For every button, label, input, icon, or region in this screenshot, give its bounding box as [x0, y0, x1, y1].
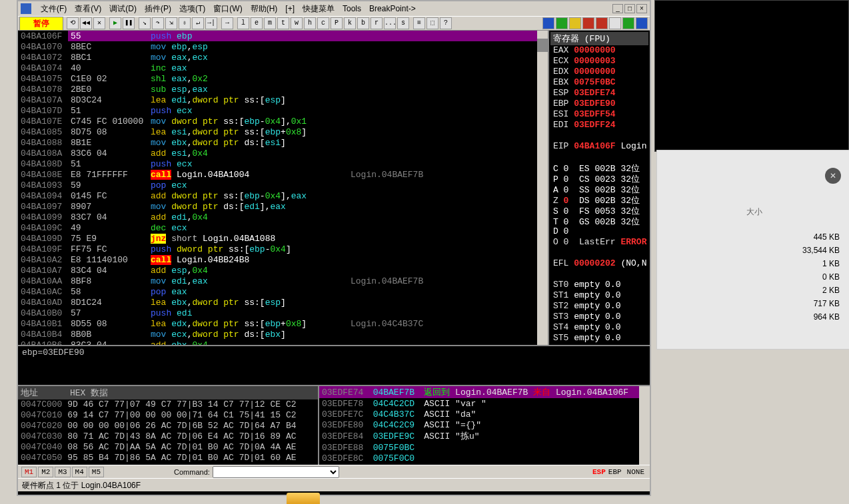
disasm-row[interactable]: 04BA10A2E8 11140100call Login.04BB24B8 [18, 254, 538, 265]
disasm-row[interactable]: 04BA107A8D3C24lea edi,dword ptr ss:[esp] [18, 95, 538, 105]
toolbar-letter-b[interactable]: b [357, 17, 369, 29]
disasm-row[interactable]: 04BA10B057push edi [18, 308, 538, 318]
register-ebx[interactable]: EBX 0075F0BC [550, 77, 648, 88]
memory-button-m3[interactable]: M3 [55, 467, 70, 477]
flag-line[interactable]: O 0 LastErr ERROR [550, 237, 648, 248]
menu-breakpoint[interactable]: BreakPoint-> [365, 3, 420, 15]
disasm-row[interactable]: 04BA1075C1E0 02shl eax,0x2 [18, 73, 538, 84]
maximize-button[interactable]: □ [624, 4, 635, 13]
register-esi[interactable]: ESI 03EDFF54 [550, 109, 648, 120]
tool-red2-button[interactable] [596, 17, 608, 29]
register-esp[interactable]: ESP 03EDFE74 [550, 88, 648, 99]
toolbar-letter-s[interactable]: s [397, 17, 409, 29]
disasm-row[interactable]: 04BA108A83C6 04add esi,0x4 [18, 148, 538, 158]
tool-yellow-button[interactable] [569, 17, 581, 29]
toolbar-letter-l[interactable]: l [237, 17, 249, 29]
help-button[interactable]: ? [440, 17, 452, 29]
flag-line[interactable]: T 0 GS 002B 32位 [550, 216, 648, 226]
tool-green-button[interactable] [556, 17, 568, 29]
disasm-row[interactable]: 04BA10978907mov dword ptr ds:[edi],eax [18, 201, 538, 212]
menu-plus[interactable]: [+] [281, 3, 299, 15]
system-icon[interactable] [21, 3, 31, 14]
file-size-item[interactable]: 964 KB [657, 310, 849, 324]
file-size-item[interactable]: 717 KB [657, 297, 849, 310]
size-column-header[interactable]: 大小 [741, 201, 768, 223]
minimize-button[interactable]: _ [612, 4, 623, 13]
memory-button-m4[interactable]: M4 [72, 467, 87, 477]
disasm-row[interactable]: 04BA109D75 E9jnz short Login.04BA1088 [18, 233, 538, 244]
menu-debug[interactable]: 调试(D) [105, 2, 141, 16]
toolbar-letter-c[interactable]: c [317, 17, 329, 29]
memory-button-m1[interactable]: M1 [21, 467, 37, 477]
menu-file[interactable]: 文件(F) [37, 2, 71, 16]
tool-blue2-button[interactable] [636, 17, 648, 29]
hex-row[interactable]: 0047C050 95 85 B4 7D|86 5A AC 7D|01 B0 A… [18, 453, 318, 463]
stack-row[interactable]: 03EDFE7C04C4B37CASCII "da" [319, 409, 650, 419]
fpu-register[interactable]: ST3 empty 0.0 [550, 312, 648, 322]
hex-row[interactable]: 0047C010 69 14 C7 77|00 00 00 00|71 64 C… [18, 410, 318, 421]
flag-line[interactable]: A 0 SS 002B 32位 [550, 184, 648, 194]
command-input[interactable] [213, 466, 339, 478]
stack-row[interactable]: 03EDFE8004C4C2C9ASCII "={}" [319, 419, 650, 430]
hex-row[interactable]: 0047C020 00 00 00 00|06 26 AC 7D|6B 52 A… [18, 421, 318, 431]
toolbar-letter-P[interactable]: P [331, 17, 343, 29]
goto-button[interactable]: → [221, 17, 233, 29]
hex-row[interactable]: 0047C030 80 71 AC 7D|43 8A AC 7D|06 E4 A… [18, 431, 318, 442]
disasm-row[interactable]: 04BA108D51push ecx [18, 158, 538, 169]
disasm-row[interactable]: 04BA10AC58pop eax [18, 286, 538, 297]
exec-till-return-button[interactable]: ↵ [192, 17, 204, 29]
flag-line[interactable]: S 0 FS 0053 32位 [550, 205, 648, 216]
stop-button[interactable]: ✕ [93, 17, 105, 29]
disasm-scrollbar[interactable] [537, 31, 548, 345]
toolbar-letter-m[interactable]: m [264, 17, 276, 29]
disasm-row[interactable]: 04BA10B48B0Bmov ecx,dword ptr ds:[ebx] [18, 329, 538, 340]
file-size-item[interactable]: 1 KB [657, 257, 849, 270]
step-into-button[interactable]: ↘ [139, 17, 151, 29]
fpu-register[interactable]: ST1 empty 0.0 [550, 290, 648, 301]
disasm-row[interactable]: 04BA10A783C4 04add esp,0x4 [18, 265, 538, 276]
fpu-register[interactable]: ST6 empty 4.000000 [550, 344, 648, 345]
hexdump-panel[interactable]: 地址 HEX 数据 0047C000 9D 46 C7 77|07 49 C7 … [18, 386, 318, 465]
hex-row[interactable]: 0047C040 08 56 AC 7D|AA 5A AC 7D|01 B0 A… [18, 442, 318, 453]
flag-line[interactable]: Z 0 DS 002B 32位 [550, 194, 648, 205]
config-button[interactable]: ⬚ [426, 17, 438, 29]
disassembly-table[interactable]: 04BA106F55push ebp04BA10708BECmov ebp,es… [18, 31, 538, 345]
disasm-row[interactable]: 04BA109983C7 04add edi,0x4 [18, 212, 538, 222]
menu-plugins[interactable]: 插件(P) [141, 2, 175, 16]
memory-button-m2[interactable]: M2 [38, 467, 53, 477]
disasm-row[interactable]: 04BA10888B1Emov ebx,dword ptr ds:[esi] [18, 137, 538, 148]
disasm-row[interactable]: 04BA10728BC1mov eax,ecx [18, 52, 538, 63]
menu-quick[interactable]: 快捷菜单 [299, 2, 339, 16]
memory-button-m5[interactable]: M5 [89, 467, 104, 477]
disassembly-panel[interactable]: 04BA106F55push ebp04BA10708BECmov ebp,es… [18, 31, 548, 345]
side-close-button[interactable]: ✕ [825, 168, 841, 184]
stack-scrollbar[interactable] [639, 386, 650, 465]
close-button[interactable]: × [636, 4, 647, 13]
disasm-row[interactable]: 04BA10B18D55 08lea edx,dword ptr ss:[ebp… [18, 318, 538, 329]
none-label[interactable]: NONE [627, 468, 644, 476]
stack-row[interactable]: 03EDFE8C0075F0C0 [319, 453, 650, 463]
stack-row[interactable]: 03EDFE8403EDFE9CASCII "拣u" [319, 430, 650, 442]
toolbar-letter-r[interactable]: r [371, 17, 383, 29]
menu-options[interactable]: 选项(T) [175, 2, 209, 16]
stack-panel[interactable]: 03EDFE7404BAEF7B返回到 Login.04BAEF7B 来自 Lo… [318, 386, 650, 465]
stack-row[interactable]: 03EDFE7804C4C2CDASCII "var " [319, 398, 650, 409]
stack-table[interactable]: 03EDFE7404BAEF7B返回到 Login.04BAEF7B 来自 Lo… [319, 386, 650, 463]
step-over-button[interactable]: ↷ [152, 17, 164, 29]
esp-label[interactable]: ESP [592, 468, 606, 476]
registers-panel[interactable]: 寄存器 (FPU) EAX 00000000ECX 00000003EDX 00… [548, 31, 650, 345]
ebp-label[interactable]: EBP [608, 468, 622, 476]
register-eax[interactable]: EAX 00000000 [550, 45, 648, 56]
restart-button[interactable]: ⟲ [67, 17, 79, 29]
disasm-row[interactable]: 04BA108EE8 71FFFFFFcall Login.04BA1004Lo… [18, 169, 538, 180]
toolbar-letter-h[interactable]: h [304, 17, 316, 29]
fpu-register[interactable]: ST0 empty 0.0 [550, 280, 648, 290]
fpu-register[interactable]: ST4 empty 0.0 [550, 322, 648, 333]
disasm-row[interactable]: 04BA106F55push ebp [18, 31, 538, 41]
stack-row[interactable]: 03EDFE880075F0BC [319, 442, 650, 453]
disasm-row[interactable]: 04BA109C49dec ecx [18, 222, 538, 233]
trace-over-button[interactable]: ⇳ [179, 17, 191, 29]
run-button[interactable]: ▶ [109, 17, 121, 29]
tool-blue-button[interactable] [542, 17, 554, 29]
disasm-row[interactable]: 04BA10940145 FCadd dword ptr ss:[ebp-0x4… [18, 190, 538, 201]
